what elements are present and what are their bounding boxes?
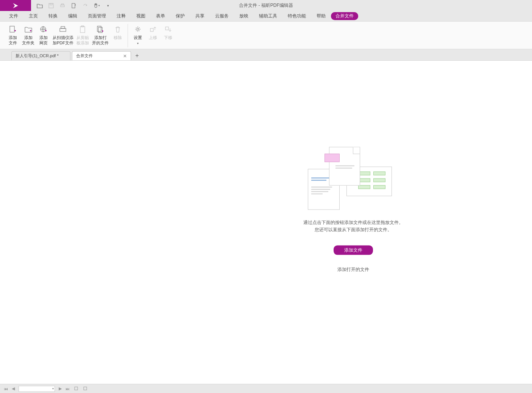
menu-annotate[interactable]: 注释 xyxy=(111,11,131,21)
svg-rect-11 xyxy=(97,26,101,31)
ribbon: 添加 文件 添加 文件夹 添加 网页 从扫描仪添 加PDF文件 从剪贴 板添加 … xyxy=(0,22,532,49)
add-webpage-button[interactable]: 添加 网页 xyxy=(36,24,51,47)
foxit-logo-icon xyxy=(12,2,19,9)
chevron-down-icon: ▾ xyxy=(137,42,139,45)
menu-protect[interactable]: 保护 xyxy=(170,11,190,21)
document-tab[interactable]: 新人引导(1)_OCR.pdf * xyxy=(11,51,70,60)
svg-rect-0 xyxy=(49,3,53,8)
add-folder-button[interactable]: 添加 文件夹 xyxy=(20,24,36,47)
new-tab-button[interactable]: + xyxy=(133,51,142,60)
add-file-icon xyxy=(9,25,17,34)
tab-label: 新人引导(1)_OCR.pdf * xyxy=(16,53,59,59)
svg-rect-8 xyxy=(61,27,65,28)
clipboard-icon xyxy=(79,25,87,34)
add-folder-icon xyxy=(24,25,33,34)
qat-customize-icon[interactable]: ▾ xyxy=(105,2,111,9)
svg-rect-12 xyxy=(98,27,102,33)
ribbon-group-add: 添加 文件 添加 文件夹 添加 网页 从扫描仪添 加PDF文件 从剪贴 板添加 … xyxy=(3,24,128,47)
titlebar: ▾ ▾ 合并文件 - 福昕PDF编辑器 xyxy=(0,0,532,11)
svg-rect-9 xyxy=(80,27,85,33)
remove-button: 移除 xyxy=(110,24,125,47)
svg-rect-15 xyxy=(165,27,168,30)
menu-slideshow[interactable]: 放映 xyxy=(234,11,254,21)
menu-merge-files[interactable]: 合并文件 xyxy=(331,12,358,20)
menu-page-management[interactable]: 页面管理 xyxy=(83,11,111,21)
open-files-icon xyxy=(96,25,105,34)
svg-rect-2 xyxy=(61,5,64,7)
close-tab-icon[interactable]: ✕ xyxy=(123,53,127,59)
menu-form[interactable]: 表单 xyxy=(151,11,170,21)
menu-edit[interactable]: 编辑 xyxy=(63,11,83,21)
menu-file[interactable]: 文件 xyxy=(4,11,23,21)
move-down-button: 下移 xyxy=(161,24,176,47)
add-open-files-button[interactable]: 添加打 开的文件 xyxy=(90,24,110,47)
redo-icon xyxy=(82,2,89,9)
gear-icon xyxy=(134,25,142,34)
globe-icon xyxy=(39,25,48,34)
move-down-icon xyxy=(164,25,172,34)
scanner-icon xyxy=(59,25,67,34)
svg-rect-5 xyxy=(10,26,14,32)
app-logo[interactable] xyxy=(0,0,31,11)
save-icon xyxy=(48,2,55,9)
menu-help[interactable]: 帮助 xyxy=(311,11,331,21)
move-up-icon xyxy=(149,25,157,34)
window-title: 合并文件 - 福昕PDF编辑器 xyxy=(239,2,293,9)
quick-access-toolbar: ▾ ▾ xyxy=(31,2,117,9)
menu-accessibility[interactable]: 辅助工具 xyxy=(254,11,282,21)
ribbon-group-settings: 设置▾ 上移 下移 xyxy=(128,24,178,47)
svg-rect-4 xyxy=(72,3,75,8)
move-up-button: 上移 xyxy=(145,24,161,47)
add-from-scanner-button[interactable]: 从扫描仪添 加PDF文件 xyxy=(51,24,75,47)
add-from-clipboard-button: 从剪贴 板添加 xyxy=(75,24,90,47)
document-tabbar: 新人引导(1)_OCR.pdf * 合并文件 ✕ + xyxy=(0,49,532,61)
svg-point-13 xyxy=(137,28,139,30)
undo-icon[interactable] xyxy=(70,2,77,9)
menu-cloud[interactable]: 云服务 xyxy=(210,11,234,21)
menu-view[interactable]: 视图 xyxy=(131,11,151,21)
menu-share[interactable]: 共享 xyxy=(190,11,210,21)
svg-rect-1 xyxy=(50,3,52,5)
print-icon xyxy=(59,2,66,9)
menu-home[interactable]: 主页 xyxy=(23,11,43,21)
add-file-button[interactable]: 添加 文件 xyxy=(5,24,20,47)
open-icon[interactable] xyxy=(36,2,43,9)
tab-label: 合并文件 xyxy=(76,53,93,59)
svg-rect-7 xyxy=(60,28,66,31)
trash-icon xyxy=(114,25,122,34)
settings-button[interactable]: 设置▾ xyxy=(130,24,145,47)
menu-features[interactable]: 特色功能 xyxy=(282,11,311,21)
menubar: 文件 主页 转换 编辑 页面管理 注释 视图 表单 保护 共享 云服务 放映 辅… xyxy=(0,11,532,22)
svg-rect-3 xyxy=(61,4,64,5)
menu-convert[interactable]: 转换 xyxy=(43,11,63,21)
document-tab-active[interactable]: 合并文件 ✕ xyxy=(72,51,131,60)
hand-icon[interactable]: ▾ xyxy=(93,2,100,9)
svg-rect-14 xyxy=(150,28,153,31)
